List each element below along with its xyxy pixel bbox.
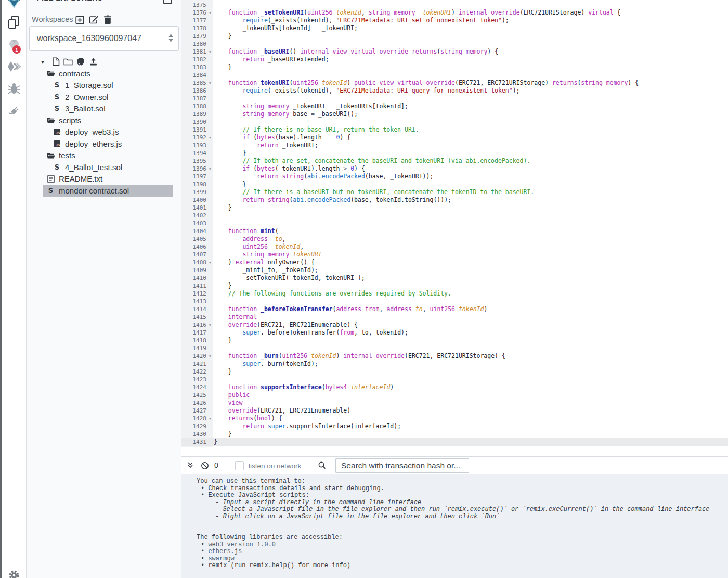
fold-caret-icon[interactable]: ▾: [206, 48, 214, 56]
terminal-link[interactable]: ethers.js: [208, 548, 242, 555]
code-line-1410[interactable]: 1410 _setTokenURI(_tokenId, tokenURI_);: [181, 274, 728, 282]
code-line-1383[interactable]: 1383 }: [181, 63, 728, 71]
code-line-1411[interactable]: 1411 }: [181, 282, 728, 290]
code-line-1378[interactable]: 1378 _tokenURIs[tokenId] = _tokenURI;: [181, 24, 728, 32]
deploy-run-icon[interactable]: [2, 61, 26, 73]
tree-item-scripts[interactable]: scripts: [27, 114, 181, 126]
code-line-1408[interactable]: 1408▾ ) external onlyOwner() {: [181, 259, 728, 266]
settings-gear-icon[interactable]: [2, 569, 26, 578]
code-line-1429[interactable]: 1429 return super.supportsInterface(inte…: [181, 422, 728, 430]
code-line-1417[interactable]: 1417 super._beforeTokenTransfer(from, to…: [181, 329, 728, 337]
caret-down-icon[interactable]: ▾: [41, 58, 49, 66]
code-line-1412[interactable]: 1412 // The following functions are over…: [181, 290, 728, 298]
fold-caret-icon[interactable]: ▾: [206, 9, 214, 17]
code-line-1427[interactable]: 1427 override(ERC721, ERC721Enumerable): [181, 407, 728, 415]
terminal-line[interactable]: • ethers.js: [181, 548, 728, 556]
tree-item-3-ballot-sol[interactable]: S3_Ballot.sol: [27, 103, 181, 115]
code-line-1419[interactable]: 1419: [181, 344, 728, 352]
code-line-1423[interactable]: 1423: [181, 376, 728, 383]
code-line-1420[interactable]: 1420▾ function _burn(uint256 tokenId) in…: [181, 352, 728, 360]
code-editor[interactable]: 13751376▾ function _setTokenURI(uint256 …: [181, 0, 728, 456]
code-line-1382[interactable]: 1382 return _baseURIextended;: [181, 56, 728, 63]
new-folder-button[interactable]: [62, 58, 74, 66]
code-line-1409[interactable]: 1409 _mint(_to, _tokenId);: [181, 266, 728, 274]
terminal-collapse-icon[interactable]: [187, 461, 193, 469]
code-line-1415[interactable]: 1415 internal: [181, 313, 728, 321]
transaction-search-input[interactable]: [335, 458, 469, 473]
terminal-line[interactable]: • swarmgw: [181, 556, 728, 563]
fold-caret-icon[interactable]: ▾: [206, 134, 214, 142]
code-line-1385[interactable]: 1385▾ function tokenURI(uint256 tokenId)…: [181, 79, 728, 87]
workspace-select[interactable]: workspace_1630960097047: [29, 26, 179, 51]
code-line-1424[interactable]: 1424 function supportsInterface(bytes4 i…: [181, 383, 728, 391]
code-line-1402[interactable]: 1402: [181, 212, 728, 220]
code-line-1400[interactable]: 1400 return string(abi.encodePacked(base…: [181, 196, 728, 204]
code-line-1407[interactable]: 1407 string memory tokenURI_: [181, 251, 728, 259]
file-explorer-icon[interactable]: [2, 16, 26, 29]
tree-item-2-owner-sol[interactable]: S2_Owner.sol: [27, 91, 181, 103]
tree-item-4-ballot-test-sol[interactable]: S4_Ballot_test.sol: [27, 161, 181, 173]
code-line-1425[interactable]: 1425 public: [181, 391, 728, 399]
tree-item-mondoir-contract-sol[interactable]: Smondoir contract.sol: [27, 185, 181, 197]
fold-caret-icon[interactable]: ▾: [206, 321, 214, 329]
code-line-1384[interactable]: 1384: [181, 71, 728, 79]
terminal-line[interactable]: • web3 version 1.0.0: [181, 542, 728, 549]
code-line-1390[interactable]: 1390: [181, 118, 728, 126]
code-line-1421[interactable]: 1421 super._burn(tokenId);: [181, 360, 728, 368]
code-line-1388[interactable]: 1388 string memory _tokenURI = _tokenURI…: [181, 102, 728, 110]
code-line-1396[interactable]: 1396▾ if (bytes(_tokenURI).length > 0) {: [181, 165, 728, 173]
rename-workspace-button[interactable]: [89, 15, 98, 24]
code-line-1391[interactable]: 1391 // If there is no base URI, return …: [181, 126, 728, 134]
code-line-1403[interactable]: 1403: [181, 220, 728, 227]
code-line-1399[interactable]: 1399 // If there is a baseURI but no tok…: [181, 188, 728, 196]
clone-github-button[interactable]: [74, 57, 87, 66]
code-line-1389[interactable]: 1389 string memory base = _baseURI();: [181, 110, 728, 118]
code-line-1416[interactable]: 1416▾ override(ERC721, ERC721Enumerable)…: [181, 321, 728, 329]
fold-caret-icon[interactable]: ▾: [206, 415, 214, 422]
code-line-1397[interactable]: 1397 return string(abi.encodePacked(base…: [181, 173, 728, 181]
code-line-1401[interactable]: 1401 }: [181, 204, 728, 212]
code-line-1387[interactable]: 1387: [181, 95, 728, 102]
listen-on-network-checkbox[interactable]: [235, 461, 244, 470]
fold-caret-icon[interactable]: ▾: [206, 165, 214, 173]
code-line-1380[interactable]: 1380: [181, 40, 728, 48]
terminal-link[interactable]: web3 version 1.0.0: [208, 541, 276, 548]
delete-workspace-button[interactable]: [103, 15, 112, 24]
code-line-1394[interactable]: 1394 }: [181, 149, 728, 157]
code-line-1430[interactable]: 1430 }: [181, 430, 728, 438]
create-workspace-button[interactable]: [75, 15, 84, 24]
code-line-1377[interactable]: 1377 require(_exists(tokenId), "ERC721Me…: [181, 17, 728, 24]
code-line-1381[interactable]: 1381▾ function _baseURI() internal view …: [181, 48, 728, 56]
code-line-1393[interactable]: 1393 return _tokenURI;: [181, 142, 728, 149]
code-line-1422[interactable]: 1422 }: [181, 368, 728, 376]
code-line-1428[interactable]: 1428▾ returns(bool) {: [181, 415, 728, 422]
code-line-1395[interactable]: 1395 // If both are set, concatenate the…: [181, 157, 728, 165]
tree-item-tests[interactable]: tests: [27, 150, 181, 162]
new-file-button[interactable]: [49, 57, 62, 66]
fold-caret-icon[interactable]: ▾: [206, 79, 214, 87]
code-line-1426[interactable]: 1426 view: [181, 399, 728, 407]
code-line-1376[interactable]: 1376▾ function _setTokenURI(uint256 toke…: [181, 9, 728, 17]
code-line-1431[interactable]: 1431}: [181, 438, 728, 446]
code-line-1404[interactable]: 1404 function mint(: [181, 227, 728, 235]
code-line-1405[interactable]: 1405 address _to,: [181, 235, 728, 243]
tree-item-readme-txt[interactable]: README.txt: [27, 173, 181, 185]
code-line-1406[interactable]: 1406 uint256 _tokenId,: [181, 243, 728, 251]
code-line-1386[interactable]: 1386 require(_exists(tokenId), "ERC721Me…: [181, 87, 728, 95]
tree-item-deploy-ethers-js[interactable]: JSdeploy_ethers.js: [27, 138, 181, 150]
code-line-1413[interactable]: 1413: [181, 298, 728, 305]
code-line-1418[interactable]: 1418 }: [181, 337, 728, 344]
code-line-1379[interactable]: 1379 }: [181, 32, 728, 40]
code-line-1392[interactable]: 1392▾ if (bytes(base).length == 0) {: [181, 134, 728, 142]
panel-menu-icon[interactable]: [163, 0, 172, 4]
code-line-1398[interactable]: 1398 }: [181, 181, 728, 188]
tree-item-1-storage-sol[interactable]: S1_Storage.sol: [27, 80, 181, 92]
fold-caret-icon[interactable]: ▾: [206, 259, 214, 266]
tree-item-deploy-web3-js[interactable]: JSdeploy_web3.js: [27, 126, 181, 138]
code-line-1375[interactable]: 1375: [181, 1, 728, 9]
terminal-link[interactable]: swarmgw: [208, 555, 234, 562]
plugin-manager-icon[interactable]: [2, 105, 26, 118]
fold-caret-icon[interactable]: ▾: [206, 352, 214, 360]
clear-console-icon[interactable]: [201, 461, 209, 470]
debugger-icon[interactable]: [2, 83, 26, 95]
